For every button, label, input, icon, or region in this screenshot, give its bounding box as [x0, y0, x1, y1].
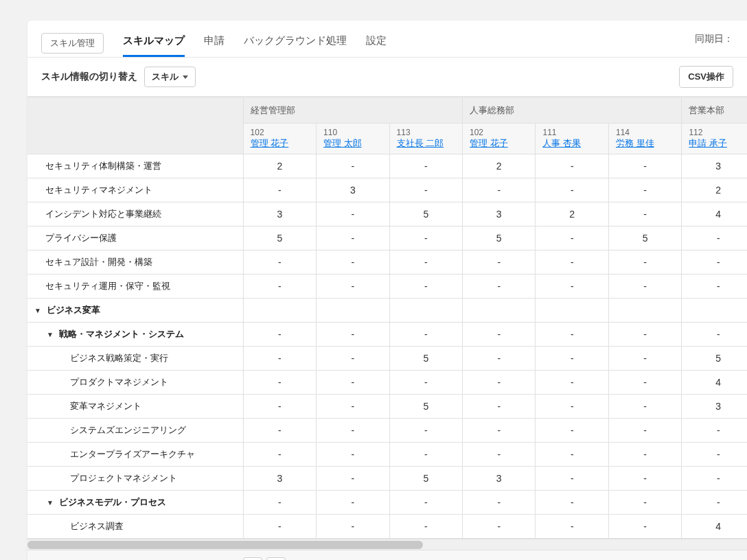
tab-2[interactable]: バックグラウンド処理: [244, 29, 347, 57]
data-cell: -: [317, 443, 389, 467]
data-cell: -: [463, 347, 536, 371]
data-cell: -: [317, 515, 389, 539]
row-label-cell: セキュリティマネジメント: [27, 178, 243, 202]
data-cell: -: [536, 467, 608, 491]
table-row: システムズエンジニアリング-------: [27, 419, 747, 443]
skill-map-table: 経営管理部人事総務部営業本部 102管理 花子110管理 太郎113支社長 二郎…: [27, 97, 747, 539]
skill-info-select[interactable]: スキル: [144, 67, 196, 87]
employee-link[interactable]: 管理 花子: [470, 137, 528, 150]
data-cell: -: [536, 226, 608, 250]
expand-toggle-icon[interactable]: ▼: [47, 499, 54, 506]
data-cell: 5: [463, 226, 536, 250]
row-label: ビジネスモデル・プロセス: [59, 496, 166, 509]
employee-link[interactable]: 管理 太郎: [323, 137, 382, 150]
data-cell: -: [317, 323, 389, 347]
data-cell: -: [682, 491, 747, 515]
data-cell: [682, 299, 747, 323]
data-cell: -: [536, 347, 608, 371]
table-row: ビジネス調査------4: [27, 515, 747, 539]
data-cell: -: [317, 419, 389, 443]
data-cell: -: [463, 323, 536, 347]
page-prev-button[interactable]: [243, 557, 262, 560]
data-cell: -: [608, 467, 681, 491]
row-label-cell: ▼戦略・マネジメント・システム: [27, 323, 243, 347]
data-cell: -: [608, 443, 681, 467]
table-row: プロジェクトマネジメント3-53---: [27, 467, 747, 491]
employee-link[interactable]: 労務 里佳: [616, 137, 674, 150]
data-cell: -: [536, 395, 608, 419]
data-cell: 5: [389, 467, 462, 491]
data-cell: 5: [608, 226, 681, 250]
data-cell: -: [536, 419, 608, 443]
data-cell: -: [243, 178, 316, 202]
table-wrap: 経営管理部人事総務部営業本部 102管理 花子110管理 太郎113支社長 二郎…: [27, 97, 747, 560]
data-cell: [463, 299, 536, 323]
data-cell: [317, 299, 389, 323]
data-cell: -: [608, 347, 681, 371]
data-cell: 2: [463, 154, 536, 178]
data-cell: -: [682, 275, 747, 299]
data-cell: -: [317, 371, 389, 395]
data-cell: -: [682, 323, 747, 347]
employee-link[interactable]: 人事 杏果: [542, 137, 601, 150]
data-cell: -: [243, 419, 316, 443]
tab-0[interactable]: スキルマップ: [123, 29, 185, 57]
table-row: セキュリティマネジメント-3----2: [27, 178, 747, 202]
data-cell: -: [536, 275, 608, 299]
data-cell: 4: [682, 515, 747, 539]
page-next-button[interactable]: [266, 557, 286, 560]
data-cell: -: [243, 275, 316, 299]
table-row: セキュリティ体制構築・運営2--2--3: [27, 154, 747, 178]
table-row: ▼ビジネスモデル・プロセス-------: [27, 491, 747, 515]
row-label-cell: エンタープライズアーキクチャ: [27, 443, 243, 467]
table-row: セキュア設計・開発・構築-------: [27, 250, 747, 275]
data-cell: -: [243, 371, 316, 395]
employee-header: 114労務 里佳: [608, 124, 681, 154]
employee-link[interactable]: 管理 花子: [251, 137, 309, 150]
table-row: インシデント対応と事業継続3-532-4: [27, 202, 747, 226]
data-cell: 5: [682, 347, 747, 371]
row-label: ビジネス変革: [47, 304, 100, 316]
expand-toggle-icon[interactable]: ▼: [34, 307, 41, 314]
data-cell: -: [317, 347, 389, 371]
row-label-cell: セキュリティ運用・保守・監視: [27, 275, 243, 299]
data-cell: [243, 299, 316, 323]
data-cell: -: [536, 250, 608, 275]
data-cell: -: [608, 491, 681, 515]
data-cell: -: [317, 250, 389, 275]
row-label-cell: 変革マネジメント: [27, 395, 243, 419]
employee-link[interactable]: 申請 承子: [689, 137, 747, 150]
expand-toggle-icon[interactable]: ▼: [47, 331, 54, 338]
employee-header: 110管理 太郎: [317, 124, 389, 154]
tab-1[interactable]: 申請: [204, 29, 225, 57]
data-cell: -: [463, 443, 536, 467]
tab-3[interactable]: 設定: [366, 29, 387, 57]
data-cell: -: [608, 371, 681, 395]
row-label-cell: プロダクトマネジメント: [27, 371, 243, 395]
row-label: エンタープライズアーキクチャ: [70, 448, 195, 460]
row-label: プロダクトマネジメント: [70, 376, 168, 388]
data-cell: 4: [682, 202, 747, 226]
tab-pill-skill-mgmt[interactable]: スキル管理: [41, 33, 104, 54]
data-cell: -: [389, 371, 462, 395]
employee-link[interactable]: 支社長 二郎: [397, 137, 455, 150]
data-cell: 5: [243, 226, 316, 250]
row-label: プロジェクトマネジメント: [70, 472, 177, 485]
employee-header: 111人事 杏果: [536, 124, 608, 154]
row-label: システムズエンジニアリング: [70, 424, 186, 436]
table-row: ▼戦略・マネジメント・システム-------: [27, 323, 747, 347]
data-cell: -: [608, 202, 681, 226]
data-cell: -: [536, 491, 608, 515]
data-cell: 5: [389, 347, 462, 371]
horizontal-scrollbar[interactable]: [27, 539, 747, 550]
csv-button[interactable]: CSV操作: [679, 66, 733, 88]
scrollbar-thumb[interactable]: [27, 541, 423, 549]
data-cell: -: [317, 467, 389, 491]
data-cell: -: [389, 323, 462, 347]
data-cell: -: [389, 154, 462, 178]
employee-code: 113: [397, 128, 455, 137]
employee-header: 113支社長 二郎: [389, 124, 462, 154]
data-cell: -: [463, 491, 536, 515]
data-cell: -: [536, 154, 608, 178]
data-cell: 3: [463, 467, 536, 491]
